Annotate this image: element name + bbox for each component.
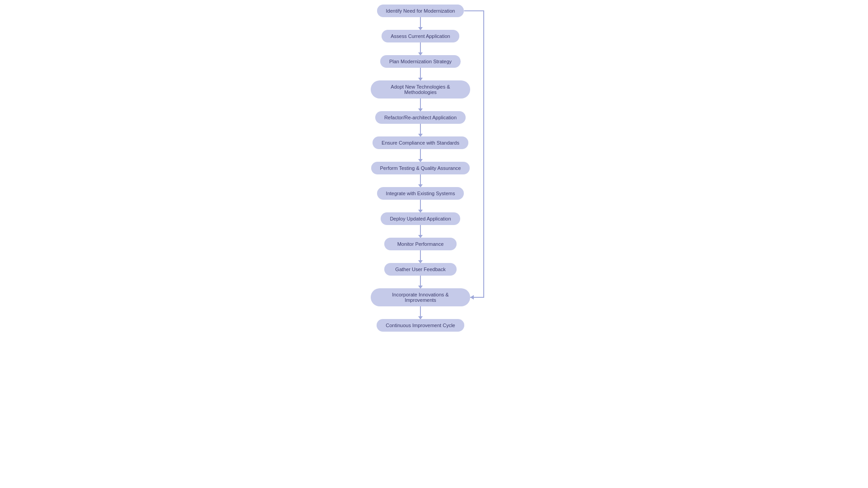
node-monitor: Monitor Performance <box>384 238 457 250</box>
node-plan: Plan Modernization Strategy <box>380 55 461 68</box>
node-assess: Assess Current Application <box>382 30 459 42</box>
node-identify: Identify Need for Modernization <box>377 5 464 17</box>
arrow-10 <box>420 276 421 288</box>
node-deploy: Deploy Updated Application <box>381 212 460 225</box>
arrow-7 <box>420 200 421 212</box>
node-continuous: Continuous Improvement Cycle <box>377 319 464 332</box>
arrow-3 <box>420 99 421 111</box>
flowchart-diagram: Identify Need for Modernization Assess C… <box>344 5 524 332</box>
arrow-11 <box>420 306 421 319</box>
arrow-6 <box>420 174 421 187</box>
node-perform: Perform Testing & Quality Assurance <box>371 162 470 174</box>
svg-marker-0 <box>470 295 474 300</box>
node-adopt: Adopt New Technologies & Methodologies <box>371 80 470 99</box>
arrow-1 <box>420 42 421 55</box>
arrow-9 <box>420 250 421 263</box>
node-refactor: Refactor/Re-architect Application <box>375 111 466 124</box>
arrow-5 <box>420 149 421 162</box>
arrow-0 <box>420 17 421 30</box>
flow-wrapper: Identify Need for Modernization Assess C… <box>371 5 497 332</box>
node-incorporate: Incorporate Innovations & Improvements <box>371 288 470 306</box>
arrow-4 <box>420 124 421 136</box>
node-integrate: Integrate with Existing Systems <box>377 187 464 200</box>
arrow-8 <box>420 225 421 238</box>
node-gather: Gather User Feedback <box>384 263 457 276</box>
arrow-2 <box>420 68 421 80</box>
node-ensure: Ensure Compliance with Standards <box>373 136 468 149</box>
